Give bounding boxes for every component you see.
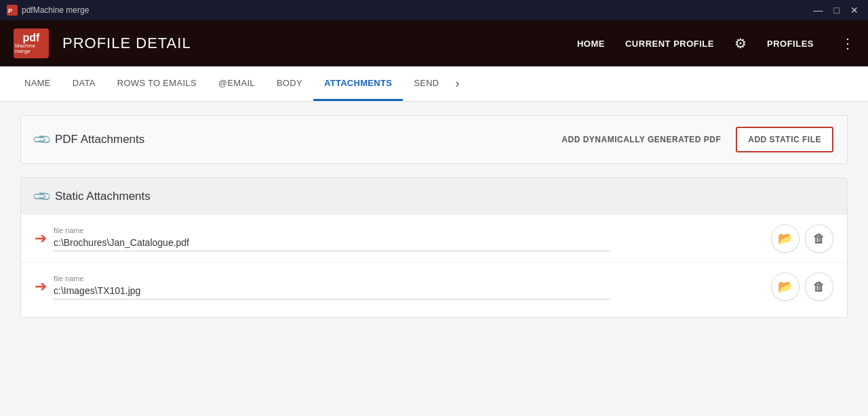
file-name-2[interactable]: c:\Images\TX101.jpg bbox=[54, 285, 610, 299]
nav-home[interactable]: HOME bbox=[577, 39, 605, 49]
page-title: PROFILE DETAIL bbox=[62, 35, 564, 52]
static-attachments-title-text: Static Attachments bbox=[55, 190, 151, 203]
pdf-attachments-header: 📎 PDF Attachments ADD DYNAMICALLY GENERA… bbox=[21, 116, 847, 163]
main-content: 📎 PDF Attachments ADD DYNAMICALLY GENERA… bbox=[0, 102, 868, 331]
tab-name[interactable]: NAME bbox=[14, 67, 62, 101]
file-input-1: file name c:\Brochures\Jan_Catalogue.pdf bbox=[54, 226, 757, 251]
delete-file-2-button[interactable]: 🗑 bbox=[805, 272, 833, 301]
file-2-buttons: 📂 🗑 bbox=[771, 272, 833, 301]
pdf-attachments-title-text: PDF Attachments bbox=[55, 133, 144, 146]
window-title: pdfMachine merge bbox=[22, 5, 89, 15]
svg-text:P: P bbox=[8, 7, 12, 14]
tab-more-icon[interactable]: › bbox=[450, 77, 465, 91]
arrow-indicator-2: ➔ bbox=[35, 279, 47, 294]
arrow-indicator-1: ➔ bbox=[35, 231, 47, 246]
static-attachments-title: 📎 Static Attachments bbox=[35, 189, 833, 204]
tab-send[interactable]: SEND bbox=[403, 67, 450, 101]
static-attachments-card: 📎 Static Attachments ➔ file name c:\Broc… bbox=[20, 178, 848, 318]
gear-icon[interactable]: ⚙ bbox=[734, 35, 747, 51]
browse-file-2-button[interactable]: 📂 bbox=[771, 272, 800, 301]
file-name-1[interactable]: c:\Brochures\Jan_Catalogue.pdf bbox=[54, 237, 610, 251]
app-icon: P bbox=[7, 5, 18, 16]
delete-file-1-button[interactable]: 🗑 bbox=[805, 224, 833, 253]
logo-sub-text: Machine merge bbox=[15, 43, 47, 54]
file-1-buttons: 📂 🗑 bbox=[771, 224, 833, 253]
pdf-attachments-card: 📎 PDF Attachments ADD DYNAMICALLY GENERA… bbox=[20, 115, 848, 164]
nav-profiles[interactable]: PROFILES bbox=[767, 39, 814, 49]
logo-pdf-text: pdf bbox=[23, 33, 40, 43]
pdf-attachments-actions: ADD DYNAMICALLY GENERATED PDF ADD STATIC… bbox=[553, 127, 833, 152]
add-static-file-button[interactable]: ADD STATIC FILE bbox=[736, 127, 833, 152]
more-options-icon[interactable]: ⋮ bbox=[841, 35, 854, 51]
static-attachments-header: 📎 Static Attachments bbox=[21, 178, 847, 215]
attachment-icon: 📎 bbox=[31, 129, 52, 150]
pdf-attachments-title: 📎 PDF Attachments bbox=[35, 132, 144, 147]
title-bar: P pdfMachine merge — □ ✕ bbox=[0, 0, 868, 20]
file-row: ➔ file name c:\Brochures\Jan_Catalogue.p… bbox=[21, 215, 847, 263]
attachment-icon-2: 📎 bbox=[31, 186, 52, 207]
file-input-2: file name c:\Images\TX101.jpg bbox=[54, 274, 757, 299]
file-label-1: file name bbox=[54, 226, 757, 234]
tab-attachments[interactable]: ATTACHMENTS bbox=[313, 67, 403, 101]
add-dynamic-pdf-button[interactable]: ADD DYNAMICALLY GENERATED PDF bbox=[553, 129, 729, 150]
app-header: pdf Machine merge PROFILE DETAIL HOME CU… bbox=[0, 20, 868, 66]
tab-data[interactable]: DATA bbox=[62, 67, 106, 101]
app-logo: pdf Machine merge bbox=[14, 28, 49, 58]
minimize-button[interactable]: — bbox=[811, 5, 826, 15]
tab-rows-to-emails[interactable]: ROWS TO EMAILS bbox=[106, 67, 208, 101]
tabs-bar: NAME DATA ROWS TO EMAILS @EMAIL BODY ATT… bbox=[0, 66, 868, 102]
maximize-button[interactable]: □ bbox=[831, 5, 842, 15]
browse-file-1-button[interactable]: 📂 bbox=[771, 224, 800, 253]
file-label-2: file name bbox=[54, 274, 757, 283]
nav-current-profile[interactable]: CURRENT PROFILE bbox=[625, 39, 714, 49]
close-button[interactable]: ✕ bbox=[848, 5, 861, 15]
file-row: ➔ file name c:\Images\TX101.jpg 📂 🗑 bbox=[21, 263, 847, 310]
header-nav: HOME CURRENT PROFILE ⚙ PROFILES ⋮ bbox=[577, 35, 854, 51]
tab-email[interactable]: @EMAIL bbox=[208, 67, 266, 101]
tab-body[interactable]: BODY bbox=[266, 67, 313, 101]
